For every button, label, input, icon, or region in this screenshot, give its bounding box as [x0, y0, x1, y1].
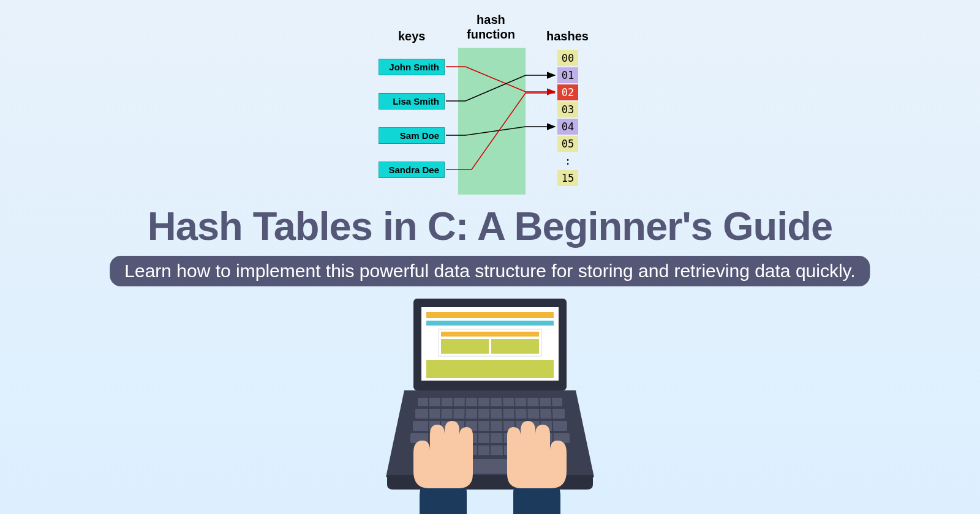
- svg-rect-6: [441, 339, 489, 354]
- page-subtitle: Learn how to implement this powerful dat…: [110, 256, 870, 286]
- laptop-illustration: [361, 294, 619, 514]
- page-title: Hash Tables in C: A Beginner's Guide: [0, 203, 980, 249]
- diagram-arrows: [374, 12, 606, 202]
- svg-rect-3: [426, 321, 554, 326]
- svg-rect-25: [469, 459, 511, 474]
- hash-diagram: keys hashfunction hashes John Smith Lisa…: [374, 12, 606, 202]
- svg-rect-2: [426, 312, 554, 318]
- svg-rect-5: [441, 332, 539, 337]
- svg-rect-8: [426, 360, 554, 378]
- svg-rect-7: [491, 339, 539, 354]
